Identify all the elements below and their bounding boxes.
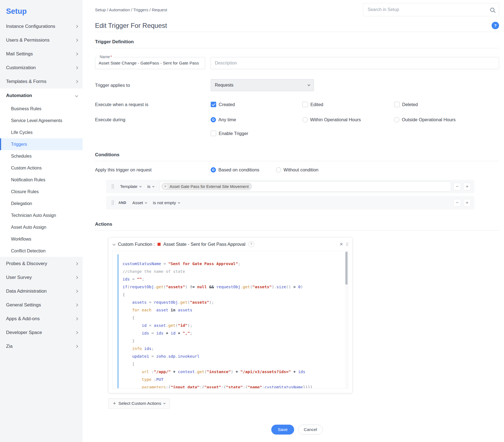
- criteria-value: is: [147, 184, 150, 189]
- sidebar-item-developer-space[interactable]: Developer Space: [0, 326, 83, 339]
- chip-label: Asset Gate Pass for External Site Moveme…: [170, 184, 249, 189]
- any-time-radio[interactable]: Any time: [211, 117, 236, 122]
- checkbox-icon[interactable]: [211, 131, 216, 136]
- collapse-icon[interactable]: [112, 242, 115, 246]
- function-help-icon[interactable]: ?: [248, 241, 254, 247]
- checkbox-icon[interactable]: [394, 102, 400, 107]
- cancel-button[interactable]: Cancel: [298, 425, 323, 435]
- sidebar-item-templates-forms[interactable]: Templates & Forms: [0, 75, 83, 88]
- criteria-value: is not empty: [153, 200, 176, 205]
- name-field-label: Name*: [98, 55, 114, 59]
- checkbox-label: Edited: [310, 102, 323, 107]
- sidebar-item-mail-settings[interactable]: Mail Settings: [0, 47, 83, 61]
- sidebar-item-automation[interactable]: Automation: [0, 88, 83, 103]
- radio-icon[interactable]: [211, 167, 216, 173]
- checkbox-icon[interactable]: [211, 102, 216, 107]
- sidebar-item-custom-actions[interactable]: Custom Actions: [0, 162, 83, 174]
- sidebar-item-zia[interactable]: Zia: [0, 339, 83, 353]
- remove-action-icon[interactable]: ✕: [340, 242, 343, 247]
- conditions-heading: Conditions: [95, 152, 499, 161]
- chevron-right-icon: [75, 276, 78, 279]
- sidebar-item-asset-auto-assign[interactable]: Asset Auto Assign: [0, 221, 83, 233]
- sidebar-item-probes-discovery[interactable]: Probes & Discovery: [0, 257, 83, 271]
- sidebar-item-schedules[interactable]: Schedules: [0, 150, 83, 162]
- deleted-checkbox[interactable]: Deleted: [394, 102, 418, 107]
- title-row: Edit Trigger For Request ?: [95, 19, 499, 32]
- remove-condition-button[interactable]: −: [453, 199, 461, 207]
- edited-checkbox[interactable]: Edited: [302, 102, 323, 107]
- chevron-right-icon: [75, 303, 78, 306]
- condition-value-input[interactable]: ✕ Asset Gate Pass for External Site Move…: [160, 181, 451, 192]
- sidebar-item-label: Probes & Discovery: [6, 261, 47, 266]
- state-color-square-icon: [158, 243, 161, 246]
- within-operational-hours-radio[interactable]: Within Operational Hours: [302, 117, 361, 122]
- sidebar-item-service-level-agreements[interactable]: Service Level Agreements: [0, 115, 83, 126]
- drag-handle-icon[interactable]: [112, 200, 114, 205]
- setup-page: Setup Instance Configurations Users & Pe…: [0, 0, 504, 442]
- add-condition-button[interactable]: +: [463, 183, 471, 190]
- chevron-right-icon: [75, 25, 78, 28]
- enable-trigger-checkbox[interactable]: Enable Trigger: [211, 131, 248, 136]
- description-field: [211, 57, 499, 69]
- apply-trigger-row: Apply this trigger on request Based on c…: [95, 167, 499, 173]
- based-on-conditions-radio[interactable]: Based on conditions: [211, 167, 259, 173]
- sidebar-item-users-permissions[interactable]: Users & Permissions: [0, 33, 83, 47]
- select-custom-actions-label: Select Custom Actions: [118, 401, 161, 406]
- help-icon[interactable]: ?: [492, 22, 499, 29]
- sidebar-item-instance-configurations[interactable]: Instance Configurations: [0, 20, 83, 33]
- criteria-dropdown[interactable]: is not empty: [153, 200, 180, 205]
- radio-icon[interactable]: [211, 117, 216, 122]
- sidebar-item-delegation[interactable]: Delegation: [0, 198, 83, 209]
- trigger-name-input[interactable]: [95, 57, 205, 69]
- description-input[interactable]: [211, 57, 499, 69]
- sidebar-item-apps-addons[interactable]: Apps & Add-ons: [0, 312, 83, 326]
- sidebar-item-technician-auto-assign[interactable]: Technician Auto Assign: [0, 209, 83, 221]
- sidebar-item-user-survey[interactable]: User Survey: [0, 271, 83, 284]
- search-icon[interactable]: [490, 8, 494, 12]
- code-scrollbar-thumb[interactable]: [345, 252, 348, 285]
- drag-handle-icon[interactable]: [346, 242, 348, 246]
- select-custom-actions-button[interactable]: + Select Custom Actions: [108, 398, 170, 409]
- radio-icon[interactable]: [302, 117, 308, 122]
- sidebar-item-workflows[interactable]: Workflows: [0, 233, 83, 245]
- sidebar-bottom-groups: Probes & Discovery User Survey Data Admi…: [0, 257, 83, 442]
- drag-handle-icon[interactable]: [112, 184, 114, 189]
- created-checkbox[interactable]: Created: [211, 102, 235, 107]
- sidebar-item-notification-rules[interactable]: Notification Rules: [0, 174, 83, 186]
- chevron-right-icon: [75, 80, 78, 83]
- condition-row-asset: AND Asset is not empty − +: [106, 196, 474, 209]
- radio-icon[interactable]: [394, 117, 399, 122]
- remove-condition-button[interactable]: −: [453, 183, 461, 190]
- field-dropdown[interactable]: Template: [120, 184, 141, 189]
- name-description-row: Name*: [95, 57, 499, 69]
- sidebar-item-conflict-detection[interactable]: Conflict Detection: [0, 245, 83, 257]
- sidebar-item-data-administration[interactable]: Data Administration: [0, 284, 83, 298]
- field-dropdown[interactable]: Asset: [132, 200, 147, 205]
- search-input[interactable]: [368, 7, 490, 12]
- sidebar-item-customization[interactable]: Customization: [0, 61, 83, 75]
- radio-icon[interactable]: [276, 167, 281, 173]
- remove-chip-icon[interactable]: ✕: [163, 184, 168, 189]
- criteria-dropdown[interactable]: is: [147, 184, 154, 189]
- sidebar-item-business-rules[interactable]: Business Rules: [0, 103, 83, 115]
- sidebar-item-label: Developer Space: [6, 330, 42, 335]
- chevron-right-icon: [75, 331, 78, 334]
- add-condition-button[interactable]: +: [463, 199, 471, 207]
- applies-to-select[interactable]: Requests: [211, 79, 314, 91]
- radio-label: Any time: [218, 117, 236, 122]
- checkbox-icon[interactable]: [302, 102, 308, 107]
- required-asterisk: *: [110, 55, 112, 59]
- execute-during-row: Execute during Any time Within Operation…: [95, 117, 499, 122]
- sidebar-item-life-cycles[interactable]: Life Cycles: [0, 126, 83, 138]
- outside-operational-hours-radio[interactable]: Outside Operational Hours: [394, 117, 456, 122]
- enable-trigger-row: Enable Trigger: [95, 131, 499, 136]
- sidebar-item-closure-rules[interactable]: Closure Rules: [0, 186, 83, 198]
- without-condition-radio[interactable]: Without condition: [276, 167, 319, 173]
- sidebar: Setup Instance Configurations Users & Pe…: [0, 0, 83, 442]
- sidebar-item-general-settings[interactable]: General Settings: [0, 298, 83, 312]
- code-editor[interactable]: customStatusName = "Sent for Gate Pass A…: [112, 251, 348, 389]
- setup-logo-title: Setup: [6, 7, 83, 16]
- sidebar-item-triggers[interactable]: Triggers: [0, 138, 83, 150]
- save-button[interactable]: Save: [271, 425, 294, 435]
- chevron-right-icon: [75, 52, 78, 55]
